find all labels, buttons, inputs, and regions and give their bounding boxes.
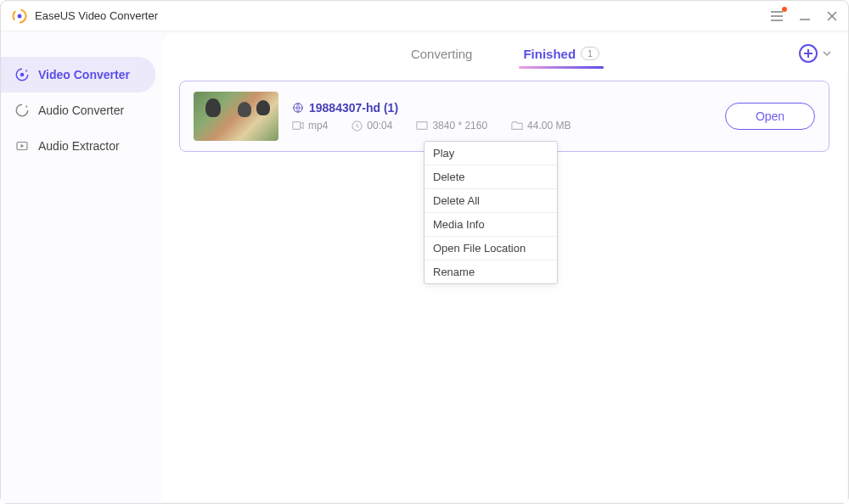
tabs-row: Converting Finished 1	[162, 33, 848, 74]
context-menu-delete-all[interactable]: Delete All	[424, 189, 557, 213]
plus-icon	[803, 48, 813, 59]
file-name: 19884307-hd (1)	[309, 101, 398, 115]
video-thumbnail	[194, 92, 278, 141]
tab-finished[interactable]: Finished 1	[498, 33, 625, 74]
chevron-down-icon	[823, 49, 831, 58]
svg-rect-15	[417, 122, 427, 130]
app-window: EaseUS Video Converter Video Converter	[0, 0, 849, 504]
add-dropdown-button[interactable]	[823, 49, 831, 58]
file-meta-row: mp4 00:04 3840 * 2160	[292, 120, 711, 132]
titlebar: EaseUS Video Converter	[1, 1, 848, 31]
file-title-row: 19884307-hd (1)	[292, 101, 711, 115]
clock-icon	[351, 120, 363, 132]
sidebar-item-label: Video Converter	[38, 68, 130, 81]
sidebar-item-video-converter[interactable]: Video Converter	[1, 57, 155, 92]
audio-converter-icon	[14, 103, 30, 118]
tab-converting[interactable]: Converting	[385, 33, 498, 74]
sidebar: Video Converter Audio Converter Audio Ex…	[1, 31, 162, 503]
tab-label: Converting	[411, 47, 473, 61]
minimize-button[interactable]	[799, 10, 811, 22]
notification-dot-icon	[782, 7, 787, 12]
audio-extractor-icon	[14, 138, 30, 154]
app-title: EaseUS Video Converter	[35, 9, 770, 22]
context-menu-media-info[interactable]: Media Info	[424, 213, 557, 237]
context-menu-open-location[interactable]: Open File Location	[424, 237, 557, 260]
folder-icon	[511, 120, 523, 131]
window-controls	[770, 10, 838, 22]
tabs-actions	[799, 44, 831, 63]
app-logo-icon	[11, 8, 28, 25]
link-icon	[292, 102, 304, 114]
svg-rect-13	[293, 122, 301, 130]
file-size: 44.00 MB	[511, 120, 571, 132]
close-button[interactable]	[826, 10, 838, 22]
file-resolution: 3840 * 2160	[416, 120, 487, 132]
sidebar-item-label: Audio Converter	[38, 104, 124, 117]
file-format: mp4	[292, 120, 328, 132]
open-button[interactable]: Open	[725, 103, 815, 130]
video-converter-icon	[14, 67, 30, 82]
menu-button[interactable]	[770, 10, 784, 22]
context-menu: Play Delete Delete All Media Info Open F…	[424, 141, 558, 284]
svg-point-8	[20, 73, 25, 77]
context-menu-play[interactable]: Play	[424, 142, 557, 165]
tab-label: Finished	[523, 47, 576, 61]
sidebar-item-audio-extractor[interactable]: Audio Extractor	[1, 128, 155, 164]
file-list: 19884307-hd (1) mp4 00:04	[162, 74, 846, 501]
svg-point-1	[18, 14, 22, 18]
finished-count-badge: 1	[581, 47, 599, 60]
context-menu-rename[interactable]: Rename	[424, 260, 557, 283]
add-button[interactable]	[799, 44, 818, 63]
resolution-icon	[416, 120, 428, 131]
file-info: 19884307-hd (1) mp4 00:04	[292, 101, 711, 132]
context-menu-delete[interactable]: Delete	[424, 165, 557, 189]
sidebar-item-label: Audio Extractor	[38, 139, 120, 153]
sidebar-item-audio-converter[interactable]: Audio Converter	[1, 92, 155, 128]
file-duration: 00:04	[351, 120, 392, 132]
video-icon	[292, 120, 304, 131]
